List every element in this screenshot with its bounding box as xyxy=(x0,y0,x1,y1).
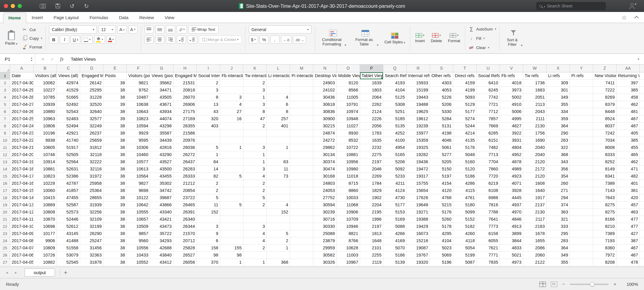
search-sheet-input[interactable]: Search Sheet xyxy=(536,2,606,10)
increase-font-size-button[interactable]: A xyxy=(117,25,126,33)
cell-G22[interactable]: 43473 xyxy=(150,223,173,230)
cell-N3[interactable]: 24102 xyxy=(313,87,337,94)
cell-H26[interactable]: 26527 xyxy=(173,252,197,259)
cell-L12[interactable] xyxy=(267,151,290,158)
cell-Q16[interactable]: 4211 xyxy=(383,180,407,187)
cell-F13[interactable]: 10577 xyxy=(127,158,150,166)
cell-M22[interactable] xyxy=(290,223,313,230)
cell-AA3[interactable]: 385 xyxy=(616,87,640,94)
cell-C6[interactable]: 52543 xyxy=(57,108,80,115)
cell-X3[interactable]: 301 xyxy=(547,87,570,94)
cell-M14[interactable] xyxy=(290,166,313,173)
cell-X26[interactable]: 349 xyxy=(547,252,570,259)
row-header-21[interactable]: 21 xyxy=(0,216,10,223)
cell-I22[interactable]: 3 xyxy=(197,223,220,230)
cell-S27[interactable]: 5196 xyxy=(430,259,453,266)
cell-D2[interactable]: 26142 xyxy=(80,80,103,87)
cell-H1[interactable]: Engaged Minutes (posts) xyxy=(173,72,197,80)
zoom-out-icon[interactable] xyxy=(562,281,565,287)
decrease-indent-button[interactable] xyxy=(177,36,186,44)
cell-H8[interactable]: 26355 xyxy=(173,123,197,130)
save-icon[interactable] xyxy=(55,4,60,8)
cell-J18[interactable] xyxy=(220,194,243,202)
cell-P17[interactable]: 1829 xyxy=(360,187,383,194)
cell-N22[interactable]: 30330 xyxy=(313,223,337,230)
cell-Z21[interactable]: 8166 xyxy=(593,216,616,223)
cell-K12[interactable]: 1 xyxy=(243,151,267,158)
cell-C23[interactable]: 43145 xyxy=(57,230,80,237)
cell-X18[interactable]: 294 xyxy=(547,194,570,202)
cell-G11[interactable]: 42816 xyxy=(150,144,173,151)
cell-B1[interactable]: Visitors (all) xyxy=(33,72,57,80)
cell-F27[interactable]: 10552 xyxy=(127,259,150,266)
cell-L11[interactable]: 1 xyxy=(267,144,290,151)
cell-J15[interactable]: 5 xyxy=(220,173,243,180)
cell-Z11[interactable]: 8008 xyxy=(593,144,616,151)
cell-D8[interactable]: 32249 xyxy=(80,123,103,130)
cell-G26[interactable]: 43840 xyxy=(150,252,173,259)
cell-P4[interactable]: 2064 xyxy=(360,94,383,101)
cell-J9[interactable] xyxy=(220,130,243,137)
cell-K25[interactable]: 2 xyxy=(243,245,267,252)
cell-K14[interactable]: 3 xyxy=(243,166,267,173)
cell-J17[interactable] xyxy=(220,187,243,194)
cell-U7[interactable]: 7857 xyxy=(477,115,500,123)
cell-O4[interactable]: 11005 xyxy=(337,94,360,101)
cell-Y4[interactable] xyxy=(570,94,593,101)
cell-E12[interactable]: 38 xyxy=(103,151,127,158)
cell-W19[interactable]: 2137 xyxy=(523,202,547,209)
cell-A24[interactable]: 2017-04-08 xyxy=(10,237,33,245)
cell-Q6[interactable]: 5251 xyxy=(383,108,407,115)
cell-W13[interactable]: 2120 xyxy=(523,158,547,166)
align-right-button[interactable] xyxy=(166,36,175,44)
cell-H18[interactable]: 23722 xyxy=(173,194,197,202)
cell-A20[interactable]: 2017-04-12 xyxy=(10,209,33,216)
cell-O14[interactable]: 10980 xyxy=(337,166,360,173)
cell-Y26[interactable] xyxy=(570,252,593,259)
cell-R27[interactable]: 19320 xyxy=(407,259,430,266)
cell-Y27[interactable] xyxy=(570,259,593,266)
cell-AA26[interactable]: 467 xyxy=(616,252,640,259)
cell-W7[interactable]: 2111 xyxy=(523,115,547,123)
cell-L15[interactable]: 73 xyxy=(267,173,290,180)
sort-filter-dropdown-icon[interactable] xyxy=(521,44,522,47)
cell-F2[interactable]: 9821 xyxy=(127,80,150,87)
cell-AA21[interactable]: 477 xyxy=(616,216,640,223)
cell-W17[interactable]: 1640 xyxy=(523,187,547,194)
row-header-17[interactable]: 17 xyxy=(0,187,10,194)
cell-L8[interactable]: 401 xyxy=(267,123,290,130)
cell-P1[interactable]: Tablet Views xyxy=(360,72,383,80)
cell-R19[interactable]: 19648 xyxy=(407,202,430,209)
cell-B27[interactable]: 10882 xyxy=(33,259,57,266)
column-header-V[interactable]: V xyxy=(500,65,523,72)
cell-E26[interactable]: 38 xyxy=(103,252,127,259)
column-header-U[interactable]: U xyxy=(477,65,500,72)
cell-W15[interactable]: 2120 xyxy=(523,173,547,180)
cell-D15[interactable]: 31972 xyxy=(80,173,103,180)
cell-P21[interactable]: 1996 xyxy=(360,216,383,223)
cell-L25[interactable]: 1 xyxy=(267,245,290,252)
cell-T12[interactable]: 5048 xyxy=(453,151,477,158)
cell-U14[interactable]: 7860 xyxy=(477,166,500,173)
cell-X4[interactable]: 349 xyxy=(547,94,570,101)
cell-J1[interactable]: Fb interactions xyxy=(220,72,243,80)
cell-X17[interactable]: 271 xyxy=(547,187,570,194)
cell-G9[interactable]: 35587 xyxy=(150,130,173,137)
cell-H15[interactable]: 26333 xyxy=(173,173,197,180)
cell-O25[interactable]: 10628 xyxy=(337,245,360,252)
cell-S14[interactable]: 5150 xyxy=(430,166,453,173)
cell-X11[interactable]: 322 xyxy=(547,144,570,151)
cell-X9[interactable]: 290 xyxy=(547,130,570,137)
cell-U19[interactable]: 7816 xyxy=(477,202,500,209)
cell-Z12[interactable]: 8333 xyxy=(593,151,616,158)
cell-B19[interactable]: 10889 xyxy=(33,202,57,209)
cell-Y22[interactable] xyxy=(570,223,593,230)
cell-K26[interactable] xyxy=(243,252,267,259)
cell-A4[interactable]: 2017-04-28 xyxy=(10,94,33,101)
zoom-slider-thumb[interactable] xyxy=(590,282,595,286)
collapse-ribbon-icon[interactable] xyxy=(634,16,639,20)
cell-D22[interactable]: 32199 xyxy=(80,223,103,230)
cell-U3[interactable]: 6245 xyxy=(477,87,500,94)
cell-F18[interactable]: 10122 xyxy=(127,194,150,202)
cell-U9[interactable]: 6285 xyxy=(477,130,500,137)
